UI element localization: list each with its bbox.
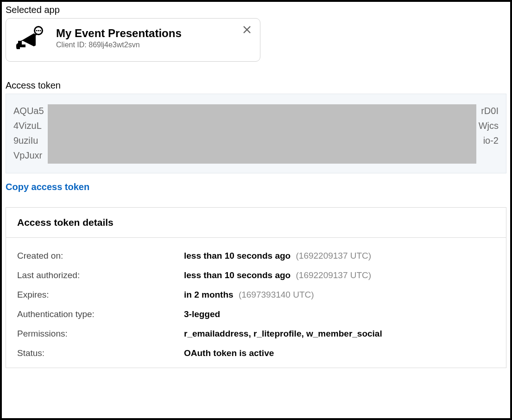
detail-value: 3-legged [184, 309, 220, 319]
detail-row-last-authorized: Last authorized: less than 10 seconds ag… [17, 266, 495, 285]
detail-row-status: Status: OAuth token is active [17, 344, 495, 363]
token-fragment-left: AQUa5 [13, 103, 44, 118]
detail-sub: (1692209137 UTC) [296, 251, 371, 261]
app-title: My Event Presentations [56, 27, 252, 40]
token-fragment-left: 4VizuL [13, 118, 42, 133]
app-card: My Event Presentations Client ID: 869lj4… [6, 18, 260, 62]
megaphone-icon [14, 25, 46, 51]
detail-label: Last authorized: [17, 270, 184, 280]
detail-row-created-on: Created on: less than 10 seconds ago (16… [17, 246, 495, 266]
detail-value: less than 10 seconds ago [184, 251, 291, 261]
detail-label: Permissions: [17, 329, 184, 339]
client-id-label: Client ID: [56, 41, 87, 49]
client-id-value: 869lj4e3wt2svn [88, 41, 139, 49]
detail-label: Created on: [17, 251, 184, 261]
token-details-body: Created on: less than 10 seconds ago (16… [6, 238, 506, 368]
svg-point-5 [40, 30, 41, 32]
token-fragment-left: VpJuxr [13, 148, 42, 163]
detail-sub: (1697393140 UTC) [239, 290, 314, 299]
svg-point-3 [36, 30, 38, 32]
token-fragment-left: 9uziIu [13, 133, 38, 148]
app-info: My Event Presentations Client ID: 869lj4… [56, 27, 252, 49]
token-fragment-right: io-2 [483, 133, 499, 148]
detail-sub: (1692209137 UTC) [296, 270, 371, 280]
client-id-line: Client ID: 869lj4e3wt2svn [56, 41, 252, 49]
detail-label: Expires: [17, 290, 184, 300]
token-details-header: Access token details [6, 208, 506, 238]
token-fragment-right: Wjcs [479, 118, 499, 133]
detail-label: Status: [17, 348, 184, 358]
svg-point-4 [38, 30, 39, 32]
copy-access-token-link[interactable]: Copy access token [6, 182, 89, 192]
access-token-label: Access token [6, 80, 506, 91]
detail-value: r_emailaddress, r_liteprofile, w_member_… [184, 329, 382, 338]
token-display: AQUa5 rD0I 4VizuL Wjcs 9uziIu io-2 VpJux… [6, 94, 506, 173]
detail-label: Authentication type: [17, 309, 184, 319]
token-details-card: Access token details Created on: less th… [6, 207, 506, 368]
detail-value: OAuth token is active [184, 348, 274, 358]
detail-row-auth-type: Authentication type: 3-legged [17, 305, 495, 324]
detail-row-permissions: Permissions: r_emailaddress, r_liteprofi… [17, 324, 495, 344]
token-redaction-overlay [48, 104, 476, 164]
selected-app-label: Selected app [6, 5, 506, 15]
close-icon[interactable] [240, 23, 253, 36]
detail-row-expires: Expires: in 2 months (1697393140 UTC) [17, 285, 495, 305]
token-fragment-right: rD0I [481, 103, 499, 118]
access-token-section: Access token AQUa5 rD0I 4VizuL Wjcs 9uzi… [6, 80, 506, 192]
detail-value: in 2 months [184, 290, 234, 299]
detail-value: less than 10 seconds ago [184, 270, 291, 280]
